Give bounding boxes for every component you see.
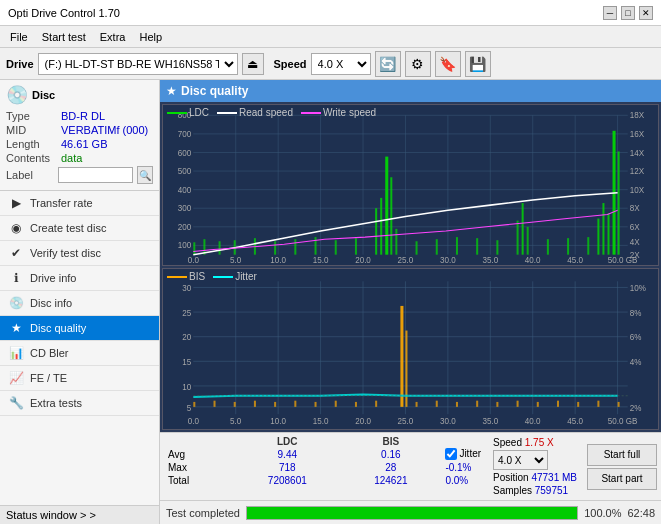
status-window[interactable]: Status window > >: [0, 505, 159, 524]
stats-row: LDC BIS Avg 9.44 0.16 Max 718 28: [160, 433, 661, 500]
svg-text:12X: 12X: [630, 167, 645, 176]
sidebar-item-create-test-disc[interactable]: ◉ Create test disc: [0, 216, 159, 241]
bis-legend-item: BIS: [167, 271, 205, 282]
sidebar-item-extra-tests[interactable]: 🔧 Extra tests: [0, 391, 159, 416]
bis-chart: BIS Jitter: [162, 268, 659, 430]
disc-contents-label: Contents: [6, 152, 61, 164]
save-button[interactable]: 💾: [465, 51, 491, 77]
disc-label-button[interactable]: 🔍: [137, 166, 153, 184]
total-ldc: 7208601: [232, 474, 342, 487]
maximize-button[interactable]: □: [621, 6, 635, 20]
fe-te-label: FE / TE: [30, 372, 67, 384]
menu-extra[interactable]: Extra: [94, 29, 132, 45]
svg-rect-78: [163, 269, 658, 429]
sidebar-item-verify-test-disc[interactable]: ✔ Verify test disc: [0, 241, 159, 266]
menu-start-test[interactable]: Start test: [36, 29, 92, 45]
menu-file[interactable]: File: [4, 29, 34, 45]
svg-text:50.0 GB: 50.0 GB: [608, 415, 638, 426]
sidebar-item-transfer-rate[interactable]: ▶ Transfer rate: [0, 191, 159, 216]
create-test-disc-label: Create test disc: [30, 222, 106, 234]
svg-text:5.0: 5.0: [230, 256, 242, 265]
svg-text:45.0: 45.0: [567, 415, 583, 426]
progress-fill: [247, 507, 577, 519]
svg-rect-121: [274, 402, 276, 407]
svg-text:20.0: 20.0: [355, 415, 371, 426]
toolbar: Drive (F:) HL-DT-ST BD-RE WH16NS58 TST4 …: [0, 48, 661, 80]
refresh-button[interactable]: 🔄: [375, 51, 401, 77]
svg-rect-127: [400, 306, 403, 407]
avg-bis: 0.16: [342, 448, 439, 461]
status-text: Test completed: [166, 507, 240, 519]
svg-text:50.0 GB: 50.0 GB: [608, 256, 638, 265]
stats-table: LDC BIS Avg 9.44 0.16 Max 718 28: [164, 435, 439, 498]
sidebar: 💿 Disc Type BD-R DL MID VERBATIMf (000) …: [0, 80, 160, 524]
disc-type-value: BD-R DL: [61, 110, 105, 122]
speed-dropdown[interactable]: 4.0 X: [493, 450, 548, 470]
max-ldc: 718: [232, 461, 342, 474]
drive-label: Drive: [6, 58, 34, 70]
position-row: Position 47731 MB: [493, 472, 577, 483]
svg-rect-136: [557, 401, 559, 407]
sidebar-item-disc-quality[interactable]: ★ Disc quality: [0, 316, 159, 341]
svg-rect-52: [274, 241, 276, 254]
transfer-rate-label: Transfer rate: [30, 197, 93, 209]
progress-bar: [246, 506, 578, 520]
svg-rect-67: [517, 221, 519, 255]
sidebar-item-disc-info[interactable]: 💿 Disc info: [0, 291, 159, 316]
jitter-section: Jitter -0.1% 0.0%: [439, 435, 487, 498]
close-button[interactable]: ✕: [639, 6, 653, 20]
svg-rect-66: [496, 240, 498, 254]
ldc-chart-svg: 800 700 600 500 400 300 200 100 18X 16X …: [163, 105, 658, 265]
settings-button[interactable]: ⚙: [405, 51, 431, 77]
svg-rect-125: [355, 402, 357, 407]
start-part-button[interactable]: Start part: [587, 468, 657, 490]
main-area: 💿 Disc Type BD-R DL MID VERBATIMf (000) …: [0, 80, 661, 524]
bis-legend-color: [167, 276, 187, 278]
svg-text:15: 15: [182, 356, 191, 367]
svg-rect-69: [527, 227, 529, 255]
drive-select[interactable]: (F:) HL-DT-ST BD-RE WH16NS58 TST4: [38, 53, 238, 75]
disc-type-label: Type: [6, 110, 61, 122]
disc-contents-value: data: [61, 152, 82, 164]
sidebar-item-fe-te[interactable]: 📈 FE / TE: [0, 366, 159, 391]
menu-help[interactable]: Help: [133, 29, 168, 45]
cd-bler-icon: 📊: [8, 346, 24, 360]
extra-tests-label: Extra tests: [30, 397, 82, 409]
bookmark-button[interactable]: 🔖: [435, 51, 461, 77]
jitter-label: Jitter: [459, 448, 481, 459]
disc-length-row: Length 46.61 GB: [6, 138, 153, 150]
svg-text:35.0: 35.0: [482, 256, 498, 265]
disc-label-row: Label 🔍: [6, 166, 153, 184]
disc-label-input[interactable]: [58, 167, 133, 183]
disc-mid-row: MID VERBATIMf (000): [6, 124, 153, 136]
sidebar-item-drive-info[interactable]: ℹ Drive info: [0, 266, 159, 291]
svg-rect-57: [375, 208, 377, 254]
svg-rect-55: [335, 240, 337, 254]
eject-button[interactable]: ⏏: [242, 53, 264, 75]
samples-value: 759751: [535, 485, 568, 496]
svg-text:400: 400: [178, 186, 192, 195]
max-label: Max: [164, 461, 232, 474]
avg-ldc: 9.44: [232, 448, 342, 461]
svg-rect-58: [380, 198, 382, 255]
bottom-area: LDC BIS Avg 9.44 0.16 Max 718 28: [160, 432, 661, 524]
minimize-button[interactable]: ─: [603, 6, 617, 20]
speed-select[interactable]: 4.0 X: [311, 53, 371, 75]
sidebar-item-cd-bler[interactable]: 📊 CD Bler: [0, 341, 159, 366]
jitter-checkbox[interactable]: [445, 448, 457, 460]
drive-info-icon: ℹ: [8, 271, 24, 285]
svg-text:2%: 2%: [630, 402, 642, 413]
jitter-checkbox-row: Jitter: [445, 448, 481, 460]
svg-rect-71: [567, 238, 569, 255]
svg-text:25: 25: [182, 307, 191, 318]
start-full-button[interactable]: Start full: [587, 444, 657, 466]
svg-text:8X: 8X: [630, 204, 640, 213]
svg-rect-138: [597, 401, 599, 407]
svg-rect-130: [436, 401, 438, 407]
svg-text:18X: 18X: [630, 111, 645, 120]
svg-rect-118: [214, 401, 216, 407]
dq-title: Disc quality: [181, 84, 248, 98]
svg-rect-62: [416, 241, 418, 254]
svg-text:45.0: 45.0: [567, 256, 583, 265]
svg-text:6%: 6%: [630, 332, 642, 343]
